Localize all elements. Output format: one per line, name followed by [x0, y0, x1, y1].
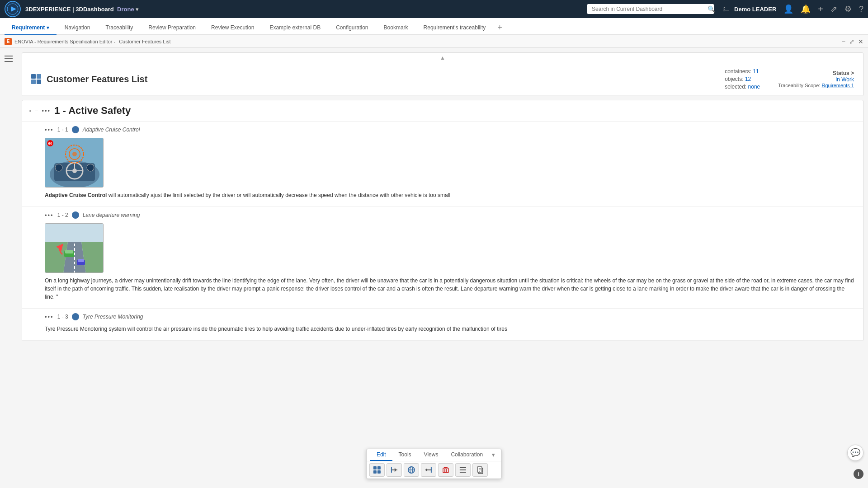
header-status: Status > In Work Traceability Scope: Rqu… — [778, 70, 854, 88]
toolbar-buttons — [367, 461, 501, 479]
top-bar: 3DEXPERIENCE | 3DDashboard Drone ▾ 🔍 🏷 D… — [0, 0, 868, 18]
svg-rect-29 — [377, 466, 381, 469]
header-stats: containers: 11 objects: 12 selected: non… — [725, 68, 760, 90]
toolbar-tab-views[interactable]: Views — [418, 449, 445, 461]
breadcrumb-title: Customer Features List — [119, 39, 170, 44]
breadcrumb-prefix: ENOVIA - Requirements Specification Edit… — [14, 39, 115, 44]
tab-requirement[interactable]: Requirement ▾ — [5, 21, 57, 35]
item-2-number: 1 - 2 — [57, 212, 68, 218]
item-2-icon — [72, 211, 79, 219]
item-3-icon — [72, 313, 79, 320]
maximize-button[interactable]: ⤢ — [849, 38, 854, 45]
item-3-header: ••• 1 - 3 Tyre Pressure Monitoring — [45, 313, 856, 320]
objects-label: objects: — [725, 76, 743, 82]
window-controls: − ⤢ ✕ — [842, 38, 863, 45]
traceability-scope-link[interactable]: Rquirements 1 — [821, 83, 854, 88]
collapse-section-button[interactable]: − — [35, 108, 38, 114]
item-1-number: 1 - 1 — [57, 127, 68, 133]
bottom-toolbar: Edit Tools Views Collaboration ▾ — [366, 449, 502, 479]
item-2-header: ••• 1 - 2 Lane departure warning — [45, 211, 856, 219]
svg-rect-27 — [78, 259, 84, 262]
svg-rect-3 — [5, 56, 13, 56]
info-button[interactable]: i — [854, 469, 863, 479]
toolbar-btn-delete[interactable] — [438, 463, 453, 477]
page-title: Customer Features List — [47, 74, 725, 84]
item-1: ••• 1 - 1 Adaptive Cruise Control 60 — [22, 121, 863, 206]
breadcrumb-icon: E — [5, 38, 12, 45]
item-2-more-button[interactable]: ••• — [45, 212, 54, 219]
toolbar-expand-button[interactable]: ▾ — [489, 449, 498, 461]
toolbar-tab-edit[interactable]: Edit — [370, 449, 392, 461]
svg-rect-30 — [373, 470, 377, 474]
toolbar-tab-bar: Edit Tools Views Collaboration ▾ — [367, 449, 501, 461]
toolbar-btn-list[interactable] — [455, 463, 471, 477]
toolbar-btn-insert[interactable] — [387, 463, 402, 477]
breadcrumb-bar: E ENOVIA - Requirements Specification Ed… — [0, 35, 868, 48]
item-1-image: 60 — [45, 138, 104, 188]
tab-navigation[interactable]: Navigation — [57, 21, 98, 35]
title-prefix: 3D — [25, 6, 33, 13]
app-title: 3DEXPERIENCE | 3DDashboard Drone ▾ — [25, 6, 583, 13]
selected-value: none — [748, 84, 760, 90]
svg-rect-49 — [460, 472, 466, 473]
item-3-more-button[interactable]: ••• — [45, 314, 54, 320]
item-2-desc: On a long highway journeys, a driver may… — [45, 277, 856, 301]
minimize-button[interactable]: − — [842, 38, 845, 45]
tab-configuration[interactable]: Configuration — [329, 21, 375, 35]
header-card: ▲ Customer Features List containers: 11 — [22, 52, 863, 96]
section-more-button[interactable]: ••• — [42, 108, 51, 114]
item-1-more-button[interactable]: ••• — [45, 127, 54, 133]
tab-review-execution[interactable]: Review Execution — [204, 21, 261, 35]
svg-rect-31 — [377, 470, 381, 474]
user-name: Demo LEADER — [734, 6, 776, 13]
help-icon[interactable]: ? — [859, 5, 863, 14]
svg-point-15 — [87, 164, 94, 171]
svg-rect-40 — [431, 467, 432, 473]
tab-review-preparation[interactable]: Review Preparation — [141, 21, 203, 35]
notifications-icon[interactable]: 🔔 — [801, 4, 811, 14]
toolbar-btn-copy[interactable] — [472, 463, 488, 477]
section-indent: ▪ — [29, 108, 31, 113]
close-button[interactable]: ✕ — [858, 38, 863, 45]
tab-add-button[interactable]: + — [494, 21, 506, 34]
search-input[interactable] — [587, 4, 714, 14]
toolbar-tab-tools[interactable]: Tools — [392, 449, 418, 461]
add-icon[interactable]: + — [818, 4, 823, 14]
item-1-desc: Adaptive Cruise Control will automatical… — [45, 191, 856, 199]
content-area: ▲ Customer Features List containers: 11 — [17, 48, 868, 488]
tab-traceability[interactable]: Traceability — [98, 21, 140, 35]
svg-rect-47 — [460, 467, 466, 468]
toolbar-btn-grid[interactable] — [369, 463, 385, 477]
search-icon[interactable]: 🔍 — [708, 5, 715, 13]
item-1-header: ••• 1 - 1 Adaptive Cruise Control — [45, 126, 856, 133]
item-1-badge: 60 — [47, 140, 53, 146]
sidebar-menu-icon[interactable] — [2, 52, 15, 65]
tab-req-traceability[interactable]: Requirement's traceability — [416, 21, 493, 35]
item-3-number: 1 - 3 — [57, 314, 68, 320]
toolbar-btn-link[interactable] — [404, 463, 419, 477]
tab-bookmark[interactable]: Bookmark — [377, 21, 415, 35]
tag-icon[interactable]: 🏷 — [722, 5, 730, 13]
title-main: EXPERIENCE | 3DDashboard — [33, 6, 114, 13]
community-icon[interactable]: ⚙ — [844, 4, 852, 14]
svg-rect-4 — [5, 58, 13, 59]
share-icon[interactable]: ⇗ — [830, 4, 837, 14]
selected-label: selected: — [725, 84, 746, 90]
header-card-top: Customer Features List containers: 11 ob… — [22, 63, 863, 96]
chat-button[interactable]: 💬 — [847, 445, 863, 461]
toolbar-btn-import[interactable] — [421, 463, 436, 477]
item-1-illustration — [45, 138, 104, 188]
tab-example-db[interactable]: Example external DB — [262, 21, 328, 35]
collapse-header-button[interactable]: ▲ — [22, 53, 863, 63]
title-suffix: Drone — [117, 6, 134, 13]
svg-rect-5 — [5, 61, 13, 62]
toolbar-tab-collaboration[interactable]: Collaboration — [444, 449, 489, 461]
svg-marker-39 — [425, 468, 427, 472]
svg-rect-48 — [460, 469, 466, 470]
containers-label: containers: — [725, 68, 751, 75]
svg-rect-25 — [65, 250, 73, 253]
section-card: ▪ − ••• 1 - Active Safety ••• 1 - 1 Adap… — [22, 100, 863, 341]
user-avatar-icon[interactable]: 👤 — [783, 4, 793, 14]
svg-rect-34 — [391, 467, 392, 473]
item-2-illustration — [45, 224, 104, 273]
